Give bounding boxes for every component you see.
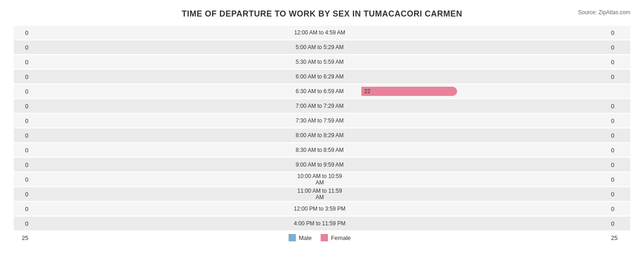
female-count-label: 0 <box>607 29 630 36</box>
male-side <box>32 173 291 186</box>
chart-row: 0 10:00 AM to 10:59 AM 0 <box>14 173 630 186</box>
female-side <box>349 143 607 157</box>
male-side <box>32 128 291 142</box>
chart-row: 0 5:00 AM to 5:29 AM 0 <box>14 40 630 54</box>
chart-row: 0 5:30 AM to 5:59 AM 0 <box>14 55 630 69</box>
bars-wrapper: 10:00 AM to 10:59 AM <box>32 173 607 186</box>
female-side <box>349 55 607 69</box>
legend-male-box <box>289 234 296 241</box>
female-count-label: 0 <box>607 206 630 212</box>
time-label: 5:30 AM to 5:59 AM <box>291 59 349 65</box>
chart-row: 0 6:30 AM to 6:59 AM 22 <box>14 84 630 98</box>
bars-wrapper: 9:00 AM to 9:59 AM <box>32 158 607 172</box>
time-label: 12:00 PM to 3:59 PM <box>291 206 349 212</box>
male-count-label: 0 <box>14 29 32 36</box>
female-count-label: 0 <box>607 103 630 110</box>
chart-row: 0 7:00 AM to 7:29 AM 0 <box>14 99 630 113</box>
female-bar: 22 <box>361 87 457 96</box>
female-count-label: 0 <box>607 191 630 198</box>
female-count-label: 0 <box>607 132 630 139</box>
bars-wrapper: 12:00 AM to 4:59 AM <box>32 26 607 39</box>
male-count-label: 0 <box>14 147 32 154</box>
male-side <box>32 187 291 201</box>
legend-female-label: Female <box>331 234 350 241</box>
male-side <box>32 158 291 172</box>
bars-wrapper: 6:00 AM to 6:29 AM <box>32 70 607 84</box>
male-side <box>32 202 291 216</box>
female-side <box>349 202 607 216</box>
female-count-label: 0 <box>607 162 630 168</box>
female-side <box>349 26 607 39</box>
female-side <box>349 99 607 113</box>
female-count-label: 0 <box>607 220 630 227</box>
axis-right-label: 25 <box>607 234 630 241</box>
time-label: 7:30 AM to 7:59 AM <box>291 117 349 124</box>
female-count-label: 0 <box>607 44 630 51</box>
male-count-label: 0 <box>14 59 32 66</box>
chart-row: 0 8:00 AM to 8:29 AM 0 <box>14 128 630 142</box>
male-count-label: 0 <box>14 206 32 212</box>
female-side <box>349 40 607 54</box>
chart-row: 0 12:00 AM to 4:59 AM 0 <box>14 26 630 39</box>
chart-row: 0 9:00 AM to 9:59 AM 0 <box>14 158 630 172</box>
legend-male-label: Male <box>299 234 311 241</box>
legend-male: Male <box>289 234 311 241</box>
female-side <box>349 128 607 142</box>
female-count-label: 0 <box>607 147 630 154</box>
male-count-label: 0 <box>14 103 32 110</box>
female-side <box>349 217 607 230</box>
time-label: 5:00 AM to 5:29 AM <box>291 44 349 50</box>
time-label: 8:30 AM to 8:59 AM <box>291 147 349 153</box>
male-count-label: 0 <box>14 176 32 183</box>
female-count-label: 0 <box>607 176 630 183</box>
axis-left-label: 25 <box>14 234 32 241</box>
bars-wrapper: 5:30 AM to 5:59 AM <box>32 55 607 69</box>
male-side <box>32 40 291 54</box>
chart-row: 0 4:00 PM to 11:59 PM 0 <box>14 217 630 230</box>
chart-row: 0 11:00 AM to 11:59 AM 0 <box>14 187 630 201</box>
time-label: 9:00 AM to 9:59 AM <box>291 162 349 168</box>
source-text: Source: ZipAtlas.com <box>578 9 630 16</box>
male-count-label: 0 <box>14 73 32 80</box>
female-side <box>349 158 607 172</box>
male-side <box>32 70 291 84</box>
chart-row: 0 8:30 AM to 8:59 AM 0 <box>14 143 630 157</box>
bars-wrapper: 4:00 PM to 11:59 PM <box>32 217 607 230</box>
male-side <box>32 217 291 230</box>
chart-area: 0 12:00 AM to 4:59 AM 0 0 5:00 AM to 5:2… <box>14 26 630 230</box>
bars-wrapper: 7:30 AM to 7:59 AM <box>32 114 607 128</box>
time-label: 6:00 AM to 6:29 AM <box>291 73 349 80</box>
female-side <box>349 187 607 201</box>
bars-wrapper: 12:00 PM to 3:59 PM <box>32 202 607 216</box>
bars-wrapper: 5:00 AM to 5:29 AM <box>32 40 607 54</box>
female-side <box>349 70 607 84</box>
legend-female-box <box>321 234 328 241</box>
chart-row: 0 6:00 AM to 6:29 AM 0 <box>14 70 630 84</box>
legend: Male Female <box>289 234 351 241</box>
time-label: 11:00 AM to 11:59 AM <box>291 188 349 201</box>
female-value: 22 <box>361 88 370 95</box>
male-count-label: 0 <box>14 44 32 51</box>
male-side <box>32 55 291 69</box>
bars-wrapper: 8:30 AM to 8:59 AM <box>32 143 607 157</box>
time-label: 4:00 PM to 11:59 PM <box>291 220 349 227</box>
male-count-label: 0 <box>14 220 32 227</box>
male-side <box>32 99 291 113</box>
time-label: 7:00 AM to 7:29 AM <box>291 103 349 109</box>
female-side <box>349 114 607 128</box>
male-count-label: 0 <box>14 191 32 198</box>
legend-female: Female <box>321 234 350 241</box>
male-count-label: 0 <box>14 117 32 124</box>
male-count-label: 0 <box>14 162 32 168</box>
male-count-label: 0 <box>14 132 32 139</box>
female-count-label: 0 <box>607 73 630 80</box>
bars-wrapper: 7:00 AM to 7:29 AM <box>32 99 607 113</box>
bars-wrapper: 6:30 AM to 6:59 AM 22 <box>32 84 607 98</box>
female-side: 22 <box>349 84 607 98</box>
male-count-label: 0 <box>14 88 32 95</box>
chart-container: TIME OF DEPARTURE TO WORK BY SEX IN TUMA… <box>0 0 644 260</box>
chart-row: 0 12:00 PM to 3:59 PM 0 <box>14 202 630 216</box>
time-label: 10:00 AM to 10:59 AM <box>291 173 349 186</box>
female-count-label: 0 <box>607 117 630 124</box>
male-side <box>32 84 291 98</box>
